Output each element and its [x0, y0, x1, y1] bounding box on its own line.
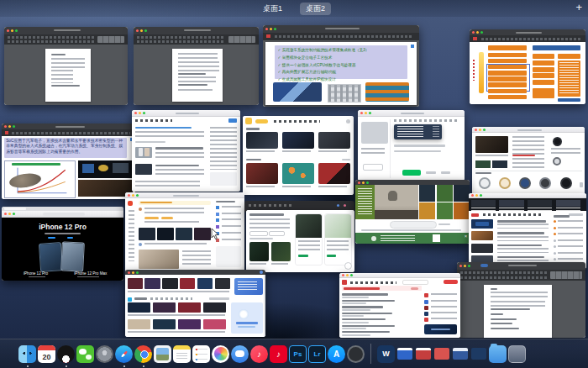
video-card[interactable]	[128, 278, 143, 289]
article-photo-small[interactable]	[475, 160, 491, 168]
minimize-icon[interactable]	[270, 28, 272, 30]
minimize-icon[interactable]	[362, 181, 365, 184]
window-word-document-3[interactable]	[457, 262, 585, 338]
window-gcores-video-site[interactable]	[243, 116, 354, 195]
minimize-icon[interactable]	[8, 213, 11, 215]
strip-thumbnail[interactable]	[528, 200, 552, 207]
app-store-icon[interactable]: A	[328, 345, 345, 363]
window-word-document-1[interactable]	[4, 27, 128, 105]
qq-icon[interactable]	[57, 345, 75, 363]
tag-pill[interactable]	[249, 231, 269, 236]
watch-item[interactable]	[539, 177, 551, 189]
rank-item[interactable]	[558, 227, 582, 231]
zoom-icon[interactable]	[15, 29, 18, 32]
strip-thumbnail[interactable]	[471, 200, 496, 207]
section-links[interactable]	[150, 297, 192, 300]
netease-music-icon[interactable]: ♪	[270, 345, 287, 363]
minimize-icon[interactable]	[476, 31, 479, 34]
window-powerpoint-orgchart[interactable]	[470, 29, 585, 104]
zoom-icon[interactable]	[350, 274, 353, 276]
avatar[interactable]	[139, 208, 142, 211]
minimized-window-thumbnail[interactable]	[397, 348, 412, 360]
thread-title[interactable]	[342, 313, 392, 314]
sidebar-item[interactable]	[431, 318, 456, 322]
section-more[interactable]	[209, 297, 228, 300]
downloads-folder-icon[interactable]	[489, 345, 507, 363]
minimize-icon[interactable]	[11, 29, 13, 32]
main-video-frame[interactable]	[375, 185, 418, 219]
site-logo[interactable]	[245, 118, 252, 124]
send-button[interactable]	[402, 170, 421, 176]
close-icon[interactable]	[358, 181, 360, 184]
article-title[interactable]	[155, 147, 203, 150]
search-box[interactable]	[402, 280, 428, 285]
option-row[interactable]	[394, 150, 441, 153]
video-card[interactable]	[153, 302, 176, 313]
safari-icon[interactable]	[115, 345, 133, 363]
video-card[interactable]	[178, 319, 202, 329]
address-bar[interactable]	[43, 213, 84, 216]
minimize-icon[interactable]	[8, 125, 11, 128]
finder-icon[interactable]	[18, 345, 36, 363]
close-icon[interactable]	[475, 129, 477, 131]
avatar[interactable]	[260, 271, 263, 274]
article-title[interactable]	[497, 244, 542, 247]
hot-item-text[interactable]	[222, 218, 241, 223]
zoom-icon[interactable]	[13, 213, 15, 215]
toolbar-icons[interactable]	[394, 119, 458, 122]
strip-thumbnail[interactable]	[499, 200, 523, 207]
autosave-toggle[interactable]	[480, 264, 488, 267]
nav-links[interactable]	[274, 120, 320, 123]
trash-icon[interactable]	[508, 345, 526, 363]
video-card[interactable]	[144, 278, 160, 289]
search-bar[interactable]	[390, 221, 437, 228]
zoom-icon[interactable]	[480, 31, 483, 34]
record-button[interactable]	[266, 34, 270, 38]
window-red-forum[interactable]	[339, 273, 460, 338]
hot-item-text[interactable]	[222, 213, 241, 217]
avatar[interactable]	[346, 119, 350, 124]
launchpad-icon[interactable]	[96, 345, 113, 363]
video-thumbnail[interactable]	[176, 228, 193, 240]
video-thumbnail[interactable]	[419, 202, 435, 219]
close-icon[interactable]	[4, 125, 7, 128]
zoom-icon[interactable]	[136, 194, 139, 197]
more-link[interactable]	[342, 159, 351, 161]
minimized-window-thumbnail[interactable]	[471, 348, 486, 360]
red-link[interactable]	[512, 155, 535, 156]
topic-tag[interactable]	[144, 217, 159, 219]
close-icon[interactable]	[134, 112, 137, 114]
article-title-link[interactable]	[135, 127, 192, 129]
video-thumbnail[interactable]	[318, 163, 350, 183]
site-logo[interactable]	[471, 213, 479, 217]
post-photo[interactable]	[139, 250, 179, 269]
pinned-row[interactable]	[342, 286, 422, 291]
banner-close-icon[interactable]: ×	[465, 234, 468, 239]
minimize-icon[interactable]	[365, 112, 367, 114]
window-powerpoint-checklist[interactable]: ✓ 实现整车系统控制功能的技术管理集成轨道（见3） ✓ 采用模块化定位电子工艺技…	[263, 25, 419, 107]
thread-title[interactable]	[342, 306, 383, 308]
utility-app-icon[interactable]	[347, 345, 365, 363]
minimize-icon[interactable]	[139, 112, 141, 114]
article-thumbnail[interactable]	[471, 231, 494, 240]
record-button[interactable]	[473, 37, 477, 40]
window-soc-document[interactable]: SoC应用于汽车电子，直接技术含量和水平要求技术密集型的一种非常典型的嵌入式系统…	[2, 124, 135, 199]
window-watch-article[interactable]	[472, 127, 585, 197]
video-thumbnail[interactable]	[437, 202, 453, 219]
video-card[interactable]	[180, 278, 195, 289]
minimized-window-thumbnail[interactable]	[416, 348, 431, 360]
hot-item-text[interactable]	[222, 206, 241, 210]
thread-title[interactable]	[342, 331, 391, 333]
video-thumbnail[interactable]	[246, 132, 278, 150]
video-thumbnail[interactable]	[318, 132, 350, 150]
photo-card[interactable]	[249, 242, 269, 260]
article-photo-small[interactable]	[492, 160, 507, 168]
window-apple-iphone-page[interactable]: iPhone 12 Pro iPhone 12 Pro iPhone 12 Pr…	[2, 207, 123, 281]
minimize-icon[interactable]	[475, 194, 478, 197]
close-icon[interactable]	[7, 29, 9, 32]
reminders-icon[interactable]	[192, 345, 210, 363]
search-button-text[interactable]	[438, 223, 450, 226]
window-cards-site[interactable]	[246, 210, 354, 272]
watch-item[interactable]	[479, 177, 491, 189]
avatar[interactable]	[139, 243, 142, 246]
